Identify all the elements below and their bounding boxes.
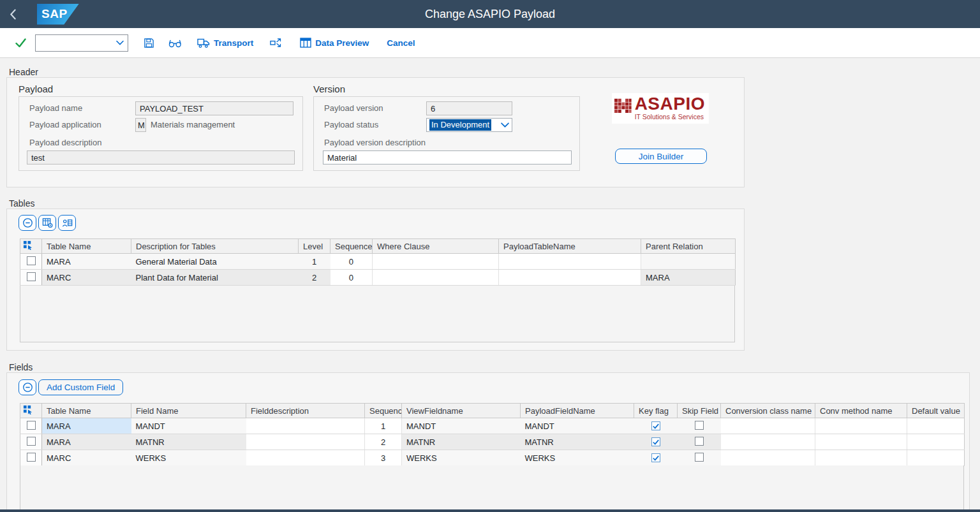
cell-conv-method-name[interactable]: [815, 418, 907, 434]
cell-payload-table-name[interactable]: [499, 270, 641, 286]
cell-skip-field[interactable]: [678, 450, 721, 466]
tables-remove-row-button[interactable]: [19, 215, 36, 231]
data-preview-button[interactable]: Data Preview: [300, 38, 369, 48]
version-description-field[interactable]: Material: [323, 150, 572, 165]
cell-view-fieldname[interactable]: MANDT: [402, 418, 521, 434]
cell-fielddescription[interactable]: [246, 418, 365, 434]
cell-sequence[interactable]: 3: [365, 450, 402, 466]
row-select-cell[interactable]: [20, 270, 42, 286]
cell-fielddescription[interactable]: [246, 434, 365, 450]
enter-button[interactable]: [15, 38, 26, 48]
cell-sequence[interactable]: 2: [365, 434, 402, 450]
cell-fielddescription[interactable]: [246, 450, 365, 466]
add-custom-field-button[interactable]: Add Custom Field: [38, 379, 123, 395]
cell-parent-relation[interactable]: [641, 254, 736, 270]
cell-where-clause[interactable]: [373, 254, 499, 270]
select-all-header[interactable]: [20, 404, 42, 418]
cell-field-name[interactable]: MANDT: [131, 418, 246, 434]
cell-view-fieldname[interactable]: WERKS: [402, 450, 521, 466]
cell-table-name[interactable]: MARA: [42, 254, 131, 270]
row-checkbox[interactable]: [27, 272, 36, 281]
row-checkbox[interactable]: [27, 421, 36, 430]
cancel-button[interactable]: Cancel: [387, 38, 415, 48]
transport-button[interactable]: Transport: [197, 38, 253, 48]
cell-table-name[interactable]: MARC: [42, 270, 131, 286]
cell-description[interactable]: Plant Data for Material: [131, 270, 299, 286]
cell-skip-field[interactable]: [678, 418, 721, 434]
cell-key-flag[interactable]: [634, 418, 678, 434]
fields-remove-row-button[interactable]: [19, 379, 36, 395]
skip-field-checkbox[interactable]: [695, 453, 704, 462]
col-header-fielddescription[interactable]: Fielddescription: [246, 404, 365, 418]
cell-view-fieldname[interactable]: MATNR: [402, 434, 521, 450]
tables-assign-button[interactable]: [58, 215, 76, 231]
row-select-cell[interactable]: [20, 450, 42, 466]
key-flag-checkbox[interactable]: [651, 437, 660, 446]
payload-status-dropdown[interactable]: In Development: [426, 118, 512, 132]
back-button[interactable]: [0, 0, 26, 28]
cell-default-value[interactable]: [907, 450, 965, 466]
col-header-table-name[interactable]: Table Name: [42, 239, 131, 254]
cell-conversion-class-name[interactable]: [721, 434, 815, 450]
cell-key-flag[interactable]: [634, 434, 678, 450]
col-header-default-value[interactable]: Default value: [907, 404, 965, 418]
col-header-sequence[interactable]: Sequence: [365, 404, 402, 418]
cell-conv-method-name[interactable]: [815, 434, 907, 450]
cell-sequence[interactable]: 0: [330, 254, 373, 270]
skip-field-checkbox[interactable]: [695, 437, 704, 446]
cell-where-clause[interactable]: [373, 270, 499, 286]
cell-field-name[interactable]: MATNR: [131, 434, 246, 450]
cell-table-name[interactable]: MARA: [42, 418, 131, 434]
display-button[interactable]: [168, 38, 182, 48]
cell-conversion-class-name[interactable]: [721, 450, 815, 466]
col-header-field-name[interactable]: Field Name: [131, 404, 246, 418]
row-checkbox[interactable]: [27, 256, 36, 265]
col-header-skip-field[interactable]: Skip Field: [678, 404, 721, 418]
row-select-cell[interactable]: [20, 254, 42, 270]
row-select-cell[interactable]: [20, 434, 42, 450]
cell-table-name[interactable]: MARC: [42, 450, 131, 466]
key-flag-checkbox[interactable]: [651, 421, 660, 430]
cell-parent-relation[interactable]: MARA: [641, 270, 736, 286]
col-header-parent-relation[interactable]: Parent Relation: [641, 239, 736, 254]
cell-sequence[interactable]: 1: [365, 418, 402, 434]
cell-conversion-class-name[interactable]: [721, 418, 815, 434]
join-builder-button[interactable]: Join Builder: [615, 149, 707, 164]
cell-default-value[interactable]: [907, 434, 965, 450]
cell-payload-fieldname[interactable]: MANDT: [521, 418, 634, 434]
select-all-header[interactable]: [20, 239, 42, 254]
cell-conv-method-name[interactable]: [815, 450, 907, 466]
chevron-down-icon[interactable]: [116, 40, 124, 45]
save-button[interactable]: [144, 38, 154, 48]
cell-skip-field[interactable]: [678, 434, 721, 450]
col-header-table-name[interactable]: Table Name: [42, 404, 131, 418]
col-header-view-fieldname[interactable]: ViewFieldname: [402, 404, 521, 418]
command-input[interactable]: [40, 38, 116, 48]
col-header-payload-fieldname[interactable]: PayloadFieldName: [521, 404, 634, 418]
col-header-where-clause[interactable]: Where Clause: [373, 239, 499, 254]
col-header-payload-table-name[interactable]: PayloadTableName: [499, 239, 641, 254]
col-header-conv-method-name[interactable]: Conv method name: [815, 404, 907, 418]
cell-payload-table-name[interactable]: [499, 254, 641, 270]
row-checkbox[interactable]: [27, 437, 36, 446]
cell-payload-fieldname[interactable]: WERKS: [521, 450, 634, 466]
col-header-level[interactable]: Level: [299, 239, 330, 254]
cell-level[interactable]: 1: [299, 254, 330, 270]
col-header-conversion-class-name[interactable]: Conversion class name: [721, 404, 815, 418]
key-flag-checkbox[interactable]: [651, 453, 660, 462]
row-checkbox[interactable]: [27, 453, 36, 462]
col-header-key-flag[interactable]: Key flag: [634, 404, 678, 418]
cell-payload-fieldname[interactable]: MATNR: [521, 434, 634, 450]
col-header-sequence[interactable]: Sequence: [330, 239, 373, 254]
cell-key-flag[interactable]: [634, 450, 678, 466]
cell-default-value[interactable]: [907, 418, 965, 434]
tables-settings-button[interactable]: [38, 215, 56, 231]
row-select-cell[interactable]: [20, 418, 42, 434]
skip-field-checkbox[interactable]: [695, 421, 704, 430]
cell-description[interactable]: General Material Data: [131, 254, 299, 270]
command-field[interactable]: [35, 34, 128, 52]
col-header-description[interactable]: Description for Tables: [131, 239, 299, 254]
cell-sequence[interactable]: 0: [330, 270, 373, 286]
cell-field-name[interactable]: WERKS: [131, 450, 246, 466]
resize-button[interactable]: [270, 38, 282, 48]
